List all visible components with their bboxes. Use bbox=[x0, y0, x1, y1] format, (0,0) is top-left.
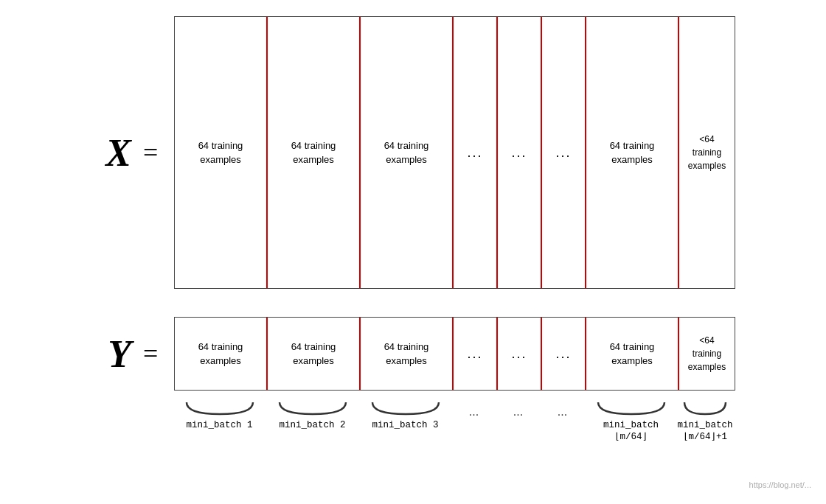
brace-1: mini_batch 1 bbox=[173, 401, 266, 431]
brace-n: mini_batch ⌊m/64⌋ bbox=[585, 401, 678, 444]
brace-last: mini_batch ⌊m/64⌋+1 bbox=[678, 401, 733, 444]
y-dots-1: ... bbox=[454, 318, 498, 390]
y-cell-last: 64 training examples bbox=[586, 318, 679, 390]
brace-label-n: mini_batch ⌊m/64⌋ bbox=[585, 419, 678, 444]
x-cell-3: 64 training examples bbox=[361, 17, 454, 288]
brace-dots-1: ... bbox=[452, 401, 496, 419]
x-cell-2: 64 training examples bbox=[268, 17, 361, 288]
y-cell-2: 64 training examples bbox=[268, 318, 361, 390]
y-dots-3: ... bbox=[542, 318, 586, 390]
x-cell-1: 64 training examples bbox=[175, 17, 268, 288]
x-dots-3: ... bbox=[542, 17, 586, 288]
y-cell-3: 64 training examples bbox=[361, 318, 454, 390]
y-cell-less: <64 training examples bbox=[679, 318, 735, 390]
x-dots-1: ... bbox=[454, 17, 498, 288]
brace-label-1: mini_batch 1 bbox=[186, 419, 252, 431]
brace-label-2: mini_batch 2 bbox=[279, 419, 345, 431]
y-matrix: 64 training examples 64 training example… bbox=[174, 317, 735, 391]
y-dots-2: ... bbox=[498, 318, 542, 390]
y-equals: = bbox=[143, 338, 165, 369]
y-label: Y bbox=[91, 332, 131, 376]
brace-2: mini_batch 2 bbox=[266, 401, 359, 431]
y-cell-1: 64 training examples bbox=[175, 318, 268, 390]
x-equals: = bbox=[143, 137, 165, 168]
brace-label-3: mini_batch 3 bbox=[372, 419, 438, 431]
brace-dots-2: ... bbox=[496, 401, 541, 419]
x-label: X bbox=[91, 131, 131, 175]
x-cell-last: 64 training examples bbox=[586, 17, 679, 288]
x-matrix: 64 training examples 64 training example… bbox=[174, 16, 735, 289]
brace-label-last: mini_batch ⌊m/64⌋+1 bbox=[678, 419, 733, 444]
watermark: https://blog.net/... bbox=[749, 480, 811, 489]
x-cell-less: <64 training examples bbox=[679, 17, 735, 288]
brace-dots-3: ... bbox=[541, 401, 585, 419]
brace-3: mini_batch 3 bbox=[359, 401, 452, 431]
x-dots-2: ... bbox=[498, 17, 542, 288]
